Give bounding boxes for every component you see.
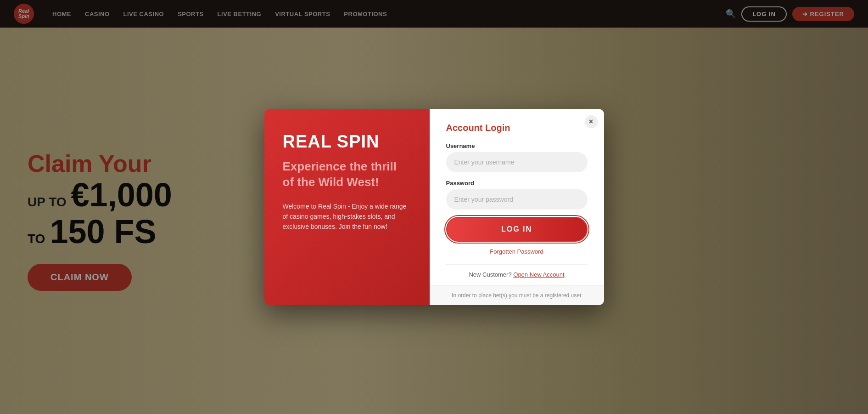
new-customer-text: New Customer? <box>469 271 511 278</box>
login-modal: REAL SPIN Experience the thrill of the W… <box>264 109 604 305</box>
modal-brand-title: REAL SPIN <box>283 132 411 152</box>
modal-footer-note: In order to place bet(s) you must be a r… <box>430 285 604 305</box>
username-label: Username <box>446 142 588 149</box>
modal-tagline: Experience the thrill of the Wild West! <box>283 159 411 190</box>
password-input[interactable] <box>446 189 588 210</box>
modal-description: Welcome to Real Spin - Enjoy a wide rang… <box>283 201 411 232</box>
new-customer-row: New Customer? Open New Account <box>446 271 588 278</box>
modal-title: Account Login <box>446 123 588 133</box>
modal-backdrop: REAL SPIN Experience the thrill of the W… <box>0 0 868 414</box>
username-input[interactable] <box>446 152 588 172</box>
open-account-link[interactable]: Open New Account <box>513 271 564 278</box>
divider <box>446 264 588 265</box>
login-submit-button[interactable]: LOG IN <box>446 217 588 242</box>
modal-left-panel: REAL SPIN Experience the thrill of the W… <box>264 109 430 305</box>
forgotten-password-link[interactable]: Forgotten Password <box>446 248 588 255</box>
modal-close-button[interactable]: × <box>585 115 598 128</box>
password-label: Password <box>446 180 588 187</box>
modal-right-panel: × Account Login Username Password LOG IN… <box>430 109 604 305</box>
